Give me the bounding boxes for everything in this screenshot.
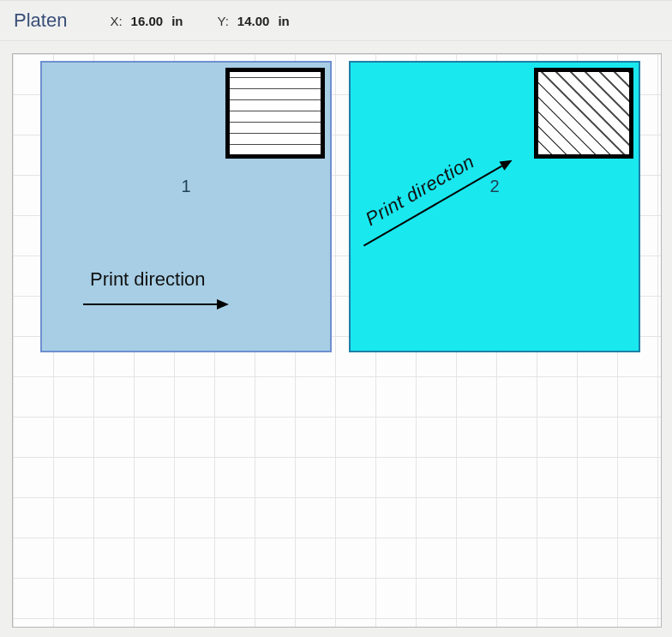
header-bar: Platen X: 16.00 in Y: 14.00 in (0, 0, 672, 41)
coord-x-value: 16.00 (131, 14, 164, 28)
print-direction-indicator-1: Print direction (90, 268, 206, 291)
print-direction-label: Print direction (90, 268, 206, 291)
design-canvas[interactable]: 1 Print direction 2 Print direction (12, 53, 662, 628)
page-title: Platen (14, 9, 67, 32)
orientation-icon (534, 68, 633, 159)
coord-y-label: Y: (217, 14, 228, 28)
coord-x-unit: in (171, 14, 183, 28)
coord-x-label: X: (110, 14, 122, 28)
slot-number: 1 (181, 177, 190, 196)
slot-number: 2 (489, 177, 499, 196)
coord-y-value: 14.00 (237, 14, 270, 28)
coord-x-group: X: 16.00 in (110, 14, 183, 28)
platen-slot-2[interactable]: 2 Print direction (349, 61, 640, 352)
print-direction-indicator-2: Print direction (362, 150, 478, 231)
arrow-right-icon (83, 299, 229, 309)
coord-y-unit: in (278, 14, 289, 28)
orientation-icon (225, 68, 325, 159)
platen-slot-1[interactable]: 1 Print direction (40, 61, 332, 352)
coord-y-group: Y: 14.00 in (217, 14, 289, 28)
